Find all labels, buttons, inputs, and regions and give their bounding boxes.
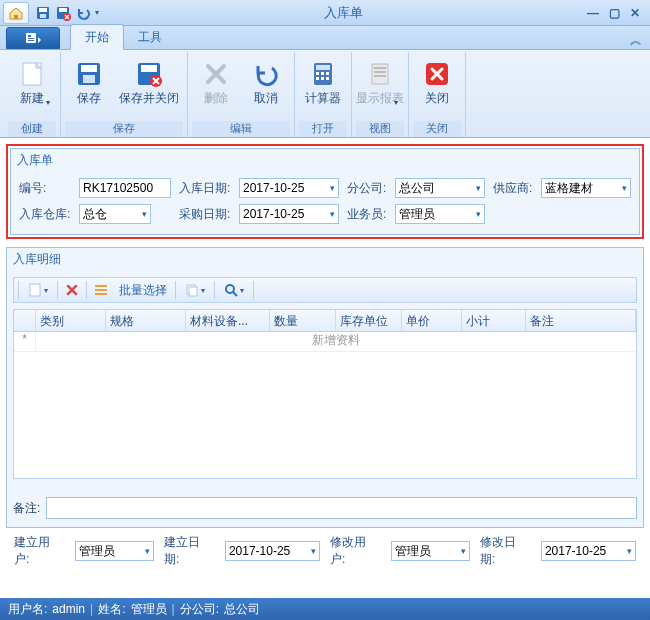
toolbar-new-button[interactable] — [23, 280, 53, 300]
tab-start[interactable]: 开始 — [70, 24, 124, 50]
supplier-select[interactable]: 蓝格建材 — [541, 178, 631, 198]
new-icon — [16, 58, 48, 90]
detail-grid: 类别 规格 材料设备... 数量 库存单位 单价 小计 备注 * 新增资料 — [13, 309, 637, 479]
svg-rect-34 — [95, 293, 107, 295]
warehouse-select[interactable]: 总仓 — [79, 204, 151, 224]
calculator-icon — [307, 58, 339, 90]
create-user-select[interactable]: 管理员 — [75, 541, 154, 561]
col-subtotal[interactable]: 小计 — [462, 310, 526, 331]
chevron-down-icon: ▾ — [46, 98, 50, 107]
svg-rect-13 — [81, 65, 97, 72]
svg-rect-14 — [83, 75, 95, 83]
titlebar: ▾ 入库单 — ▢ ✕ — [0, 0, 650, 26]
svg-point-37 — [226, 285, 234, 293]
col-category[interactable]: 类别 — [36, 310, 106, 331]
detail-toolbar: 批量选择 — [13, 277, 637, 303]
qat-save-close-icon[interactable] — [55, 5, 71, 21]
save-button[interactable]: 保存 — [65, 54, 113, 121]
save-close-button[interactable]: 保存并关闭 — [115, 54, 183, 121]
purchase-date-picker[interactable]: 2017-10-25 — [239, 204, 339, 224]
svg-rect-25 — [326, 77, 329, 80]
toolbar-delete-button[interactable] — [62, 280, 82, 300]
svg-rect-21 — [321, 72, 324, 75]
modify-user-select[interactable]: 管理员 — [391, 541, 470, 561]
group-create: 创建 — [8, 121, 56, 137]
col-price[interactable]: 单价 — [402, 310, 462, 331]
svg-rect-0 — [14, 15, 18, 19]
col-qty[interactable]: 数量 — [270, 310, 336, 331]
save-icon — [73, 58, 105, 90]
grid-header: 类别 规格 材料设备... 数量 库存单位 单价 小计 备注 — [14, 310, 636, 332]
svg-rect-31 — [30, 284, 40, 296]
close-button[interactable]: 关闭 — [413, 54, 461, 121]
close-icon — [421, 58, 453, 90]
detail-panel: 入库明细 批量选择 类别 规格 材料设备... 数量 库存单位 单价 — [6, 247, 644, 528]
group-save: 保存 — [65, 121, 183, 137]
svg-rect-29 — [374, 75, 386, 77]
svg-rect-22 — [326, 72, 329, 75]
operator-select[interactable]: 管理员 — [395, 204, 485, 224]
toolbar-search-button[interactable] — [219, 280, 249, 300]
label-create-date: 建立日期: — [164, 534, 215, 568]
label-create-user: 建立用户: — [14, 534, 65, 568]
svg-rect-2 — [39, 8, 47, 12]
qat-undo-icon[interactable] — [75, 5, 91, 21]
new-button[interactable]: 新建 ▾ — [8, 54, 56, 121]
branch-select[interactable]: 总公司 — [395, 178, 485, 198]
remarks-input[interactable] — [46, 497, 637, 519]
svg-rect-5 — [59, 8, 67, 12]
in-date-picker[interactable]: 2017-10-25 — [239, 178, 339, 198]
grid-hscrollbar[interactable] — [14, 478, 636, 479]
col-spec[interactable]: 规格 — [106, 310, 186, 331]
svg-rect-27 — [374, 67, 386, 69]
col-unit[interactable]: 库存单位 — [336, 310, 402, 331]
label-code: 编号: — [19, 180, 71, 197]
create-date-picker[interactable]: 2017-10-25 — [225, 541, 320, 561]
toolbar-copy-button[interactable] — [180, 280, 210, 300]
group-view: 视图 — [356, 121, 404, 137]
file-menu-button[interactable] — [6, 27, 60, 49]
svg-rect-24 — [321, 77, 324, 80]
undo-icon — [250, 58, 282, 90]
svg-rect-8 — [28, 35, 31, 37]
toolbar-list-icon[interactable] — [91, 280, 111, 300]
label-branch: 分公司: — [347, 180, 387, 197]
svg-rect-28 — [374, 71, 386, 73]
tab-tools[interactable]: 工具 — [124, 25, 176, 49]
grid-new-row[interactable]: * 新增资料 — [14, 332, 636, 352]
app-menu-button[interactable] — [3, 2, 29, 24]
maximize-button[interactable]: ▢ — [609, 6, 620, 20]
group-open: 打开 — [299, 121, 347, 137]
detail-title: 入库明细 — [7, 248, 643, 271]
col-remarks[interactable]: 备注 — [526, 310, 636, 331]
chevron-down-icon: ▾ — [394, 98, 398, 107]
svg-rect-36 — [189, 287, 197, 296]
status-user-label: 用户名: — [8, 601, 47, 618]
code-input[interactable]: RK17102500 — [79, 178, 171, 198]
modify-date-picker[interactable]: 2017-10-25 — [541, 541, 636, 561]
ribbon-tabs: 开始 工具 ︽ — [0, 26, 650, 50]
cancel-button[interactable]: 取消 — [242, 54, 290, 121]
svg-rect-10 — [28, 40, 34, 41]
label-remarks: 备注: — [13, 500, 40, 517]
status-name-label: 姓名: — [98, 601, 125, 618]
delete-button[interactable]: 删除 — [192, 54, 240, 121]
label-modify-date: 修改日期: — [480, 534, 531, 568]
svg-rect-19 — [316, 65, 330, 70]
form-title: 入库单 — [11, 149, 639, 172]
col-material[interactable]: 材料设备... — [186, 310, 270, 331]
close-window-button[interactable]: ✕ — [630, 6, 640, 20]
label-operator: 业务员: — [347, 206, 387, 223]
report-icon — [364, 58, 396, 90]
svg-rect-33 — [95, 289, 107, 291]
label-in-date: 入库日期: — [179, 180, 231, 197]
qat-save-icon[interactable] — [35, 5, 51, 21]
minimize-button[interactable]: — — [587, 6, 599, 20]
calculator-button[interactable]: 计算器 — [299, 54, 347, 121]
ribbon-collapse-icon[interactable]: ︽ — [630, 32, 642, 49]
batch-select-button[interactable]: 批量选择 — [115, 282, 171, 299]
show-report-button[interactable]: 显示报表 ▾ — [356, 54, 404, 121]
label-supplier: 供应商: — [493, 180, 533, 197]
svg-rect-9 — [28, 38, 34, 39]
group-close: 关闭 — [413, 121, 461, 137]
